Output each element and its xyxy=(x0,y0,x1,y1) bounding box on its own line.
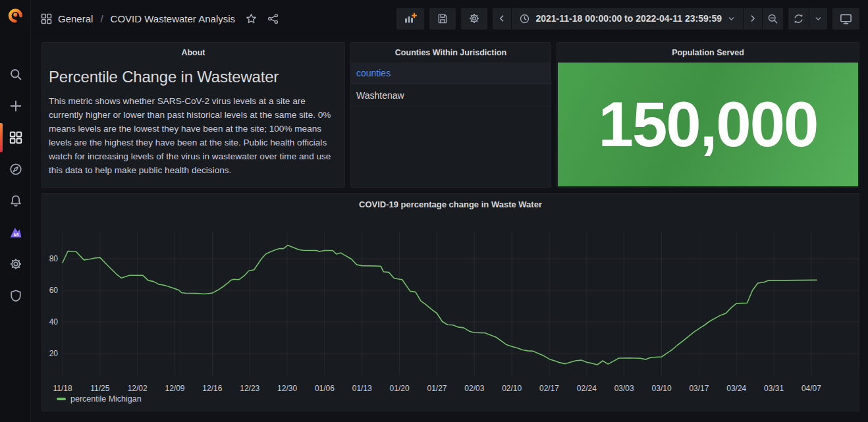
plus-icon xyxy=(9,99,22,113)
svg-text:11/25: 11/25 xyxy=(90,384,109,393)
svg-text:03/17: 03/17 xyxy=(689,384,709,393)
sidebar-item-dashboards[interactable] xyxy=(0,122,31,153)
svg-text:03/03: 03/03 xyxy=(614,384,634,393)
svg-text:01/20: 01/20 xyxy=(390,384,410,393)
add-panel-icon xyxy=(404,12,417,25)
clock-icon xyxy=(519,13,530,24)
stat-background: 150,000 xyxy=(558,63,858,186)
kiosk-mode-button[interactable] xyxy=(832,8,859,30)
svg-text:03/31: 03/31 xyxy=(764,384,784,393)
dashboard-settings-button[interactable] xyxy=(461,8,487,30)
chevron-left-icon xyxy=(497,14,506,23)
svg-text:12/02: 12/02 xyxy=(128,384,148,393)
svg-text:80: 80 xyxy=(49,254,59,263)
gear-icon xyxy=(9,257,22,271)
time-range-text: 2021-11-18 00:00:00 to 2022-04-11 23:59:… xyxy=(535,13,722,24)
refresh-icon xyxy=(793,13,804,24)
table-row-county: Washtenaw xyxy=(351,84,551,107)
top-navbar: General / COVID Wastewater Analysis xyxy=(31,0,868,37)
star-icon xyxy=(246,13,257,24)
save-icon xyxy=(437,13,448,24)
save-dashboard-button[interactable] xyxy=(429,8,456,30)
about-heading: Percentile Change in Wastewater xyxy=(49,68,338,86)
tv-monitor-icon xyxy=(840,13,852,25)
sidebar-item-alerting[interactable] xyxy=(0,185,31,217)
svg-text:02/03: 02/03 xyxy=(464,384,484,393)
sidebar-item-explore[interactable] xyxy=(0,153,31,185)
svg-text:02/10: 02/10 xyxy=(502,384,522,393)
time-picker-group: 2021-11-18 00:00:00 to 2022-04-11 23:59:… xyxy=(493,8,783,30)
about-paragraph: This metric shows whether SARS-CoV-2 vir… xyxy=(49,94,338,177)
sidebar-item-create[interactable] xyxy=(0,90,31,122)
search-icon xyxy=(9,68,22,81)
svg-text:60: 60 xyxy=(49,286,59,295)
svg-text:k6: k6 xyxy=(13,232,18,237)
svg-text:01/27: 01/27 xyxy=(427,384,447,393)
refresh-button[interactable] xyxy=(788,8,809,30)
panel-title-about[interactable]: About xyxy=(42,43,344,63)
refresh-interval-dropdown[interactable] xyxy=(809,8,827,30)
legend-swatch xyxy=(57,398,66,400)
chevron-right-icon xyxy=(748,14,757,23)
sidebar-item-server-admin[interactable] xyxy=(0,280,31,311)
alerting-bell-icon xyxy=(9,194,22,207)
svg-text:03/10: 03/10 xyxy=(652,384,672,393)
breadcrumb-separator: / xyxy=(99,13,104,24)
sidebar-item-k6-app[interactable]: k6 xyxy=(0,217,31,248)
time-series-chart[interactable]: 2040608011/1811/2512/0212/0912/1612/2312… xyxy=(42,194,859,412)
time-range-picker[interactable]: 2021-11-18 00:00:00 to 2022-04-11 23:59:… xyxy=(511,8,743,30)
panel-timeseries: COVID-19 percentage change in Waste Wate… xyxy=(41,193,859,411)
svg-text:03/24: 03/24 xyxy=(726,384,746,393)
sidebar: k6 xyxy=(0,0,31,422)
panel-title-population[interactable]: Population Served xyxy=(557,43,859,63)
star-dashboard-button[interactable] xyxy=(246,13,257,24)
svg-text:01/13: 01/13 xyxy=(352,384,372,393)
svg-text:01/06: 01/06 xyxy=(315,384,335,393)
svg-text:12/30: 12/30 xyxy=(277,384,297,393)
share-icon xyxy=(267,13,279,24)
sidebar-item-configuration[interactable] xyxy=(0,248,31,280)
table-column-header-counties[interactable]: counties xyxy=(351,63,551,84)
breadcrumb: General / COVID Wastewater Analysis xyxy=(41,13,279,24)
svg-text:11/18: 11/18 xyxy=(53,384,72,393)
caret-down-icon xyxy=(727,14,736,23)
svg-text:04/07: 04/07 xyxy=(801,384,821,393)
panel-title-counties[interactable]: Counties Within Jurisdiction xyxy=(351,43,551,63)
sidebar-item-search[interactable] xyxy=(0,59,31,90)
legend-item[interactable]: percentile Michigan xyxy=(57,394,142,404)
panel-counties: Counties Within Jurisdiction counties Wa… xyxy=(350,42,551,188)
legend-label: percentile Michigan xyxy=(70,394,142,404)
svg-text:12/23: 12/23 xyxy=(240,384,259,393)
about-content: Percentile Change in Wastewater This met… xyxy=(42,63,344,177)
dashboards-grid-icon xyxy=(9,131,22,144)
zoom-out-icon xyxy=(767,13,778,24)
breadcrumb-section[interactable]: General xyxy=(58,13,93,24)
shield-icon xyxy=(9,289,22,302)
dashboard-toolbar: 2021-11-18 00:00:00 to 2022-04-11 23:59:… xyxy=(396,8,859,30)
caret-down-icon xyxy=(814,14,823,23)
refresh-group xyxy=(788,8,827,30)
grafana-logo[interactable] xyxy=(7,6,24,24)
svg-text:20: 20 xyxy=(49,349,59,358)
time-range-forward-button[interactable] xyxy=(743,8,762,30)
dashboard-title[interactable]: COVID Wastewater Analysis xyxy=(111,13,236,24)
k6-app-icon: k6 xyxy=(9,225,23,240)
sidebar-nav: k6 xyxy=(0,59,31,311)
svg-text:12/16: 12/16 xyxy=(202,384,222,393)
svg-text:02/24: 02/24 xyxy=(577,384,597,393)
grafana-dashboard: k6 General / COVID Wastewater Analysi xyxy=(0,0,868,422)
svg-text:40: 40 xyxy=(49,317,59,327)
explore-compass-icon xyxy=(9,163,22,176)
svg-text:02/17: 02/17 xyxy=(539,384,559,393)
add-panel-button[interactable] xyxy=(396,8,424,30)
panel-population-served: Population Served 150,000 xyxy=(556,42,859,188)
svg-text:12/09: 12/09 xyxy=(165,384,185,393)
stat-value: 150,000 xyxy=(598,88,817,161)
time-range-back-button[interactable] xyxy=(493,8,511,30)
gear-icon xyxy=(468,13,480,24)
panel-about: About Percentile Change in Wastewater Th… xyxy=(41,42,345,188)
zoom-out-time-button[interactable] xyxy=(762,8,783,30)
apps-grid-icon xyxy=(41,13,52,24)
share-dashboard-button[interactable] xyxy=(267,13,279,24)
